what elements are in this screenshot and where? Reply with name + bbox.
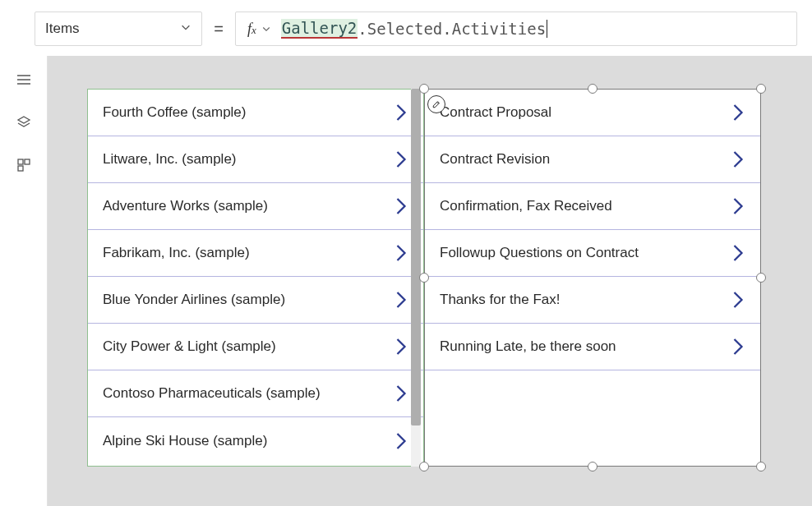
components-icon[interactable] [15,156,33,174]
chevron-right-icon[interactable] [731,288,745,311]
chevron-right-icon[interactable] [394,288,408,311]
formula-token-gallery: Gallery2 [281,19,358,39]
list-item[interactable]: Fourth Coffee (sample) [88,90,423,136]
list-item[interactable]: Thanks for the Fax! [425,277,760,324]
chevron-right-icon[interactable] [394,195,408,218]
list-item-label: Alpine Ski House (sample) [103,433,267,449]
list-item[interactable]: Adventure Works (sample) [88,183,423,230]
formula-input[interactable]: fx Gallery2.Selected.Activities [235,12,797,46]
chevron-right-icon[interactable] [394,335,408,358]
resize-handle[interactable] [756,273,766,283]
resize-handle[interactable] [419,462,429,472]
layers-icon[interactable] [15,113,33,131]
chevron-down-icon [180,21,191,37]
scrollbar-thumb[interactable] [411,89,421,426]
list-item[interactable]: Alpine Ski House (sample) [88,417,423,464]
property-selector[interactable]: Items [35,12,202,46]
list-item[interactable]: Fabrikam, Inc. (sample) [88,230,423,277]
resize-handle[interactable] [419,273,429,283]
svg-rect-1 [25,159,30,164]
chevron-right-icon[interactable] [394,382,408,405]
chevron-right-icon[interactable] [394,148,408,171]
list-item-label: Litware, Inc. (sample) [103,151,237,168]
list-item[interactable]: Contract Proposal [425,90,760,136]
list-item[interactable]: Litware, Inc. (sample) [88,136,423,183]
pencil-icon [431,99,441,109]
svg-rect-2 [18,166,23,171]
chevron-right-icon[interactable] [731,335,745,358]
list-item[interactable]: Confirmation, Fax Received [425,183,760,230]
list-item-label: Running Late, be there soon [440,338,616,355]
formula-bar: Items = fx Gallery2.Selected.Activities [35,12,797,46]
gallery-accounts[interactable]: Fourth Coffee (sample) Litware, Inc. (sa… [87,89,424,467]
list-item[interactable]: Followup Questions on Contract [425,230,760,277]
equals-text: = [214,20,224,39]
list-item[interactable]: City Power & Light (sample) [88,324,423,370]
equals-label: = [202,12,235,46]
list-item-label: Confirmation, Fax Received [440,198,612,214]
resize-handle[interactable] [419,84,429,94]
hamburger-icon[interactable] [15,71,33,89]
chevron-right-icon[interactable] [731,242,745,264]
svg-rect-0 [18,159,23,164]
list-item[interactable]: Contract Revision [425,136,760,183]
canvas[interactable]: Fourth Coffee (sample) Litware, Inc. (sa… [48,56,812,506]
edit-template-button[interactable] [427,95,445,113]
list-item-label: Fourth Coffee (sample) [103,104,246,121]
resize-handle[interactable] [756,462,766,472]
resize-handle[interactable] [588,84,597,94]
list-item-label: Followup Questions on Contract [440,245,639,261]
formula-text[interactable]: Gallery2.Selected.Activities [281,19,547,39]
chevron-right-icon[interactable] [731,101,745,124]
gallery-activities[interactable]: Contract Proposal Contract Revision Conf… [424,89,761,467]
text-caret [547,20,547,38]
list-item[interactable]: Contoso Pharmaceuticals (sample) [88,370,423,417]
chevron-right-icon[interactable] [394,242,408,264]
list-item-label: Adventure Works (sample) [103,198,268,214]
list-item-label: Blue Yonder Airlines (sample) [103,292,285,308]
list-item[interactable]: Running Late, be there soon [425,324,760,370]
list-item-label: Contract Proposal [440,104,551,121]
list-item-label: Contract Revision [440,151,550,168]
chevron-right-icon[interactable] [394,101,408,124]
resize-handle[interactable] [756,84,766,94]
left-rail [0,56,48,506]
fx-icon: fx [247,21,256,38]
chevron-right-icon[interactable] [394,430,408,453]
list-item-label: City Power & Light (sample) [103,338,276,355]
property-selector-label: Items [45,21,80,37]
chevron-down-icon[interactable] [261,21,271,38]
list-item-label: Thanks for the Fax! [440,292,560,308]
list-item-label: Fabrikam, Inc. (sample) [103,245,250,261]
formula-token-rest: .Selected.Activities [358,20,546,38]
list-item[interactable]: Blue Yonder Airlines (sample) [88,277,423,324]
list-item-label: Contoso Pharmaceuticals (sample) [103,385,321,402]
chevron-right-icon[interactable] [731,148,745,171]
chevron-right-icon[interactable] [731,195,745,218]
resize-handle[interactable] [588,462,597,472]
